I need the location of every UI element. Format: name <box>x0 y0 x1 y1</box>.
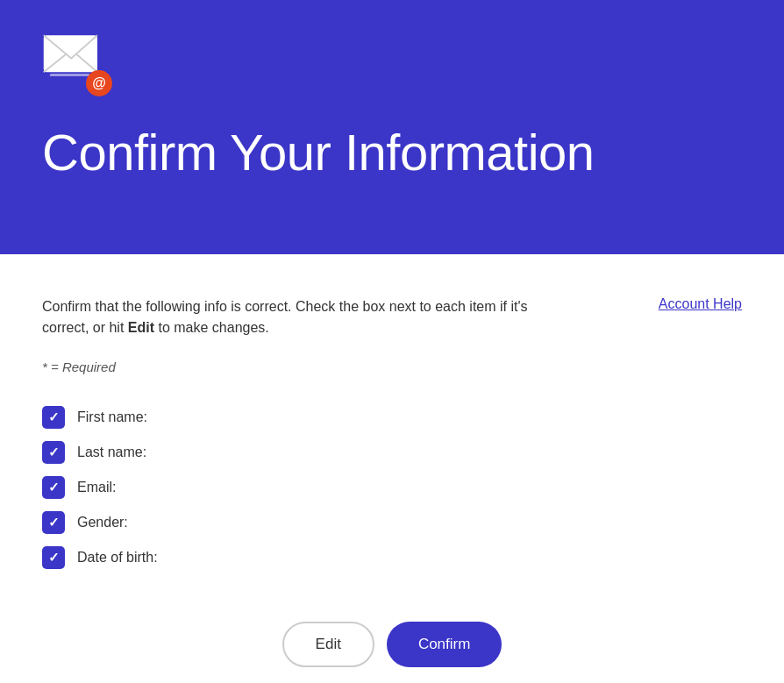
gender-label: Gender: <box>77 515 128 530</box>
content-section: Account Help Confirm that the following … <box>0 254 784 683</box>
edit-button[interactable]: Edit <box>282 622 374 667</box>
check-icon: ✓ <box>48 445 60 460</box>
checklist: ✓ First name: ✓ Last name: ✓ Email: ✓ Ge… <box>42 406 742 569</box>
email-label: Email: <box>77 480 116 495</box>
check-icon: ✓ <box>48 480 60 495</box>
at-badge: @ <box>86 70 112 96</box>
last-name-checkbox[interactable]: ✓ <box>42 441 65 464</box>
gender-checkbox[interactable]: ✓ <box>42 511 65 534</box>
list-item: ✓ Gender: <box>42 511 742 534</box>
description-text: Confirm that the following info is corre… <box>42 296 551 338</box>
account-help-link[interactable]: Account Help <box>659 296 742 312</box>
list-item: ✓ First name: <box>42 406 742 429</box>
required-note: * = Required <box>42 359 742 374</box>
first-name-label: First name: <box>77 409 147 425</box>
dob-checkbox[interactable]: ✓ <box>42 546 65 569</box>
check-icon: ✓ <box>48 550 60 566</box>
check-icon: ✓ <box>48 515 60 530</box>
dob-label: Date of birth: <box>77 550 158 566</box>
header-section: @ Confirm Your Information <box>0 0 784 254</box>
svg-rect-3 <box>50 74 90 76</box>
list-item: ✓ Email: <box>42 476 742 499</box>
confirm-button[interactable]: Confirm <box>387 622 502 667</box>
last-name-label: Last name: <box>77 445 146 460</box>
list-item: ✓ Date of birth: <box>42 546 742 569</box>
email-icon-wrapper: @ <box>42 28 112 98</box>
check-icon: ✓ <box>48 409 60 425</box>
email-checkbox[interactable]: ✓ <box>42 476 65 499</box>
list-item: ✓ Last name: <box>42 441 742 464</box>
envelope-icon <box>42 28 103 76</box>
page-title: Confirm Your Information <box>42 123 742 181</box>
first-name-checkbox[interactable]: ✓ <box>42 406 65 429</box>
buttons-row: Edit Confirm <box>42 622 742 683</box>
